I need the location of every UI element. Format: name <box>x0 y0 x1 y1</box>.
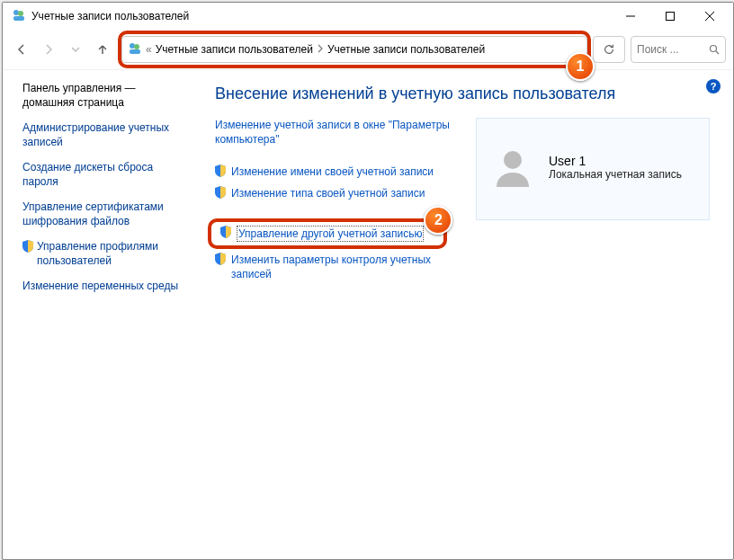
sidebar-link-admin[interactable]: Администрирование учетных записей <box>22 120 190 149</box>
svg-rect-4 <box>667 13 675 21</box>
svg-point-10 <box>711 46 717 52</box>
overflow-chevron-icon: « <box>146 43 152 56</box>
shield-icon <box>215 186 226 202</box>
svg-point-1 <box>18 11 23 16</box>
window-title: Учетные записи пользователей <box>31 10 189 22</box>
task-link-uac[interactable]: Изменить параметры контроля учетных запи… <box>215 253 458 281</box>
main-panel: ? Внесение изменений в учетную запись по… <box>199 70 733 559</box>
sidebar-link-home[interactable]: Панель управления — домашняя страница <box>22 81 190 110</box>
close-button[interactable] <box>690 3 730 30</box>
toolbar: « Учетные записи пользователей Учетные з… <box>3 30 733 70</box>
content-body: Панель управления — домашняя страница Ад… <box>3 70 733 559</box>
back-button[interactable] <box>9 37 34 62</box>
titlebar: Учетные записи пользователей <box>3 3 733 30</box>
breadcrumb-seg-2[interactable]: Учетные записи пользователей <box>327 43 485 56</box>
search-placeholder: Поиск ... <box>637 43 709 56</box>
svg-line-11 <box>716 51 719 54</box>
address-bar[interactable]: « Учетные записи пользователей Учетные з… <box>121 36 587 63</box>
task-link-rename[interactable]: Изменение имени своей учетной записи <box>215 164 458 181</box>
task-link-type[interactable]: Изменение типа своей учетной записи <box>215 186 458 202</box>
user-info: User 1 Локальная учетная запись <box>549 154 682 181</box>
sidebar-link-certs[interactable]: Управление сертификатами шифрования файл… <box>22 200 190 228</box>
user-card[interactable]: User 1 Локальная учетная запись <box>476 118 710 220</box>
user-type: Локальная учетная запись <box>549 168 682 181</box>
address-bar-container: « Учетные записи пользователей Учетные з… <box>121 36 587 63</box>
chevron-right-icon <box>317 43 324 56</box>
annotation-badge-2: 2 <box>424 206 452 235</box>
shield-icon <box>215 253 226 281</box>
svg-point-0 <box>13 10 19 15</box>
sidebar-link-env[interactable]: Изменение переменных среды <box>22 279 190 293</box>
address-icon <box>128 41 142 58</box>
task-links: Изменение учетной записи в окне "Парамет… <box>215 118 458 287</box>
sidebar-link-reset-disk[interactable]: Создание дискеты сброса пароля <box>22 160 190 189</box>
page-heading: Внесение изменений в учетную запись поль… <box>215 84 710 103</box>
shield-icon <box>22 240 33 268</box>
avatar-icon <box>489 144 536 191</box>
task-link-pcsettings[interactable]: Изменение учетной записи в окне "Парамет… <box>215 118 458 147</box>
up-button[interactable] <box>90 37 115 62</box>
app-icon <box>12 8 26 25</box>
breadcrumb-seg-1[interactable]: Учетные записи пользователей <box>156 43 313 56</box>
sidebar-link-profiles[interactable]: Управление профилями пользователей <box>22 239 190 268</box>
recent-dropdown[interactable] <box>63 37 88 62</box>
sidebar: Панель управления — домашняя страница Ад… <box>3 70 199 559</box>
help-icon[interactable]: ? <box>706 79 721 93</box>
user-name: User 1 <box>549 154 682 168</box>
shield-icon <box>220 226 231 242</box>
refresh-button[interactable] <box>593 36 625 63</box>
task-link-manage[interactable]: Управление другой учетной записью <box>215 220 440 247</box>
shield-icon <box>215 164 226 181</box>
svg-point-7 <box>130 43 135 49</box>
svg-point-12 <box>504 151 522 169</box>
svg-point-8 <box>134 44 139 49</box>
search-icon <box>709 44 720 55</box>
maximize-button[interactable] <box>650 3 690 30</box>
window: Учетные записи пользователей « Учетные з… <box>2 2 734 560</box>
minimize-button[interactable] <box>611 3 650 30</box>
search-input[interactable]: Поиск ... <box>631 36 726 63</box>
svg-rect-9 <box>130 49 140 54</box>
task-link-manage-container: Управление другой учетной записью 2 <box>215 220 440 247</box>
svg-rect-2 <box>13 16 24 21</box>
forward-button[interactable] <box>36 37 61 62</box>
